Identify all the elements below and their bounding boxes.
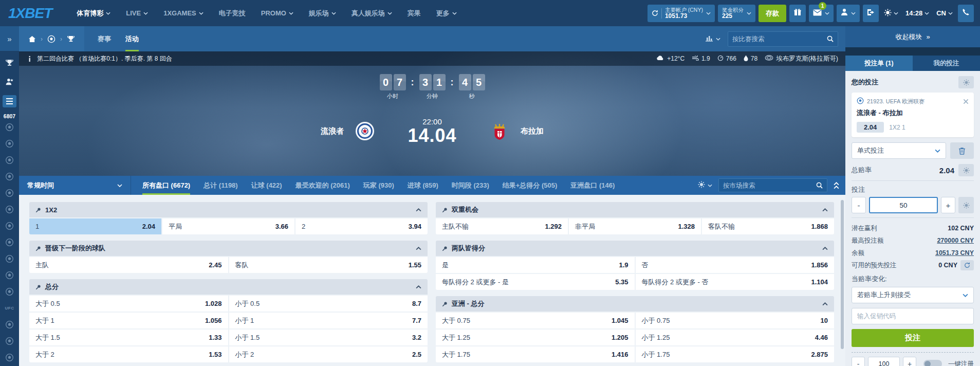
away-team-name[interactable]: 布拉加 [521, 126, 544, 136]
market-card-header[interactable]: 双重机会 [436, 202, 834, 217]
champions-cup-icon[interactable] [0, 55, 19, 70]
search-icon[interactable] [816, 182, 823, 189]
market-tab-6[interactable]: 时间段 (233) [452, 176, 489, 195]
chevron-up-icon[interactable] [416, 247, 421, 250]
market-search-input[interactable] [723, 182, 813, 189]
event-tab-0[interactable]: 赛事 [98, 26, 111, 51]
logout-button[interactable] [863, 5, 879, 22]
market-card-header[interactable]: 晋级下一阶段的球队 [29, 241, 428, 256]
pin-icon[interactable] [35, 207, 41, 213]
odds-cell[interactable]: 每队得分 2 或更多 - 是5.35 [436, 274, 635, 290]
home-icon[interactable] [28, 35, 36, 43]
chevron-up-icon[interactable] [416, 285, 421, 289]
sports-menu-button[interactable] [0, 94, 19, 109]
messages-button[interactable]: 1 [809, 5, 834, 22]
pin-icon[interactable] [442, 246, 448, 251]
settings-button[interactable] [882, 9, 900, 18]
promo-code-input[interactable] [852, 308, 974, 324]
gifts-button[interactable] [789, 5, 806, 22]
clear-betslip-button[interactable] [950, 142, 974, 159]
main-menu-item-5[interactable]: 娱乐场 [309, 9, 336, 18]
pin-icon[interactable] [35, 246, 41, 251]
market-settings-button[interactable] [698, 181, 712, 190]
main-menu-item-3[interactable]: 电子竞技 [219, 9, 246, 18]
main-menu-item-8[interactable]: 更多 [436, 9, 457, 18]
quickbet-toggle[interactable] [923, 360, 942, 366]
sidebar-sport-football-icon[interactable] [0, 119, 19, 136]
sidebar-expand-button[interactable]: » [0, 26, 19, 51]
summary-value[interactable]: 270000 CNY [937, 237, 974, 244]
market-tab-0[interactable]: 所有盘口 (6672) [142, 176, 190, 195]
betslip-settings-button[interactable] [958, 76, 974, 88]
odds-cell[interactable]: 大于 21.53 [29, 346, 228, 362]
odds-cell[interactable]: 小于 1.53.2 [229, 330, 428, 345]
market-card-header[interactable]: 1X2 [29, 202, 428, 217]
odds-cell[interactable]: 否1.856 [636, 257, 835, 273]
odds-cell[interactable]: 小于 1.752.875 [636, 346, 835, 362]
odds-cell[interactable]: 大于 0.51.028 [29, 296, 228, 312]
market-card-header[interactable]: 总分 [29, 279, 428, 295]
chevron-up-icon[interactable] [822, 302, 828, 306]
main-menu-item-1[interactable]: LIVE [126, 9, 148, 17]
market-tab-7[interactable]: 结果+总得分 (505) [503, 176, 558, 195]
search-icon[interactable] [827, 35, 834, 42]
pin-icon[interactable] [35, 284, 41, 290]
pin-icon[interactable] [442, 207, 448, 213]
market-tab-2[interactable]: 让球 (422) [251, 176, 282, 195]
odds-cell[interactable]: 是1.9 [436, 257, 635, 273]
market-tab-3[interactable]: 最受欢迎的 (2061) [295, 176, 350, 195]
main-menu-item-4[interactable]: PROMO [261, 9, 293, 17]
profile-button[interactable] [837, 5, 860, 22]
odds-cell[interactable]: 客队1.55 [229, 257, 428, 273]
time-selector[interactable]: 14:28 [903, 9, 931, 17]
odds-cell[interactable]: 主队2.45 [29, 257, 228, 273]
football-breadcrumb-icon[interactable] [47, 35, 56, 43]
chevron-up-icon[interactable] [416, 208, 421, 212]
stake-decrease-button[interactable]: - [852, 197, 866, 213]
collapse-all-markets-button[interactable] [834, 182, 839, 189]
market-tab-4[interactable]: 玩家 (930) [363, 176, 394, 195]
odds-cell[interactable]: 平局3.66 [162, 218, 294, 234]
refresh-advancebet-button[interactable] [960, 260, 974, 270]
odds-cell[interactable]: 大于 1.751.416 [436, 346, 635, 362]
sidebar-sport-ice-hockey-icon[interactable] [0, 152, 19, 169]
main-menu-item-0[interactable]: 体育博彩 [77, 9, 110, 18]
odds-cell[interactable]: 大于 1.251.205 [436, 330, 635, 345]
market-tab-1[interactable]: 总计 (1198) [204, 176, 237, 195]
favorites-icon[interactable] [0, 75, 19, 90]
odds-cell[interactable]: 每队得分 2 或更多 - 否1.104 [636, 274, 835, 290]
statistics-button[interactable] [705, 34, 720, 44]
chevron-up-icon[interactable] [822, 208, 828, 212]
main-menu-item-6[interactable]: 真人娱乐场 [352, 9, 392, 18]
sidebar-sport-volleyball-icon[interactable] [0, 185, 19, 202]
account-selector[interactable]: 主要帐户 (CNY) 1051.73 [648, 5, 715, 22]
stake-increase-button[interactable]: + [941, 197, 955, 213]
chevron-up-icon[interactable] [822, 247, 828, 250]
sidebar-sport-esports-icon[interactable] [0, 350, 19, 366]
market-tab-5[interactable]: 进球 (859) [408, 176, 438, 195]
pin-icon[interactable] [442, 301, 448, 307]
game-search-input[interactable] [732, 35, 824, 43]
sidebar-sport-ufc-icon[interactable]: UFC [0, 300, 19, 317]
odds-cell[interactable]: 小于 1.254.46 [636, 330, 835, 345]
odds-settings-button[interactable] [958, 164, 974, 176]
quickbet-amount-input[interactable] [868, 357, 900, 366]
bonus-selector[interactable]: 奖金积分 225 [718, 5, 755, 22]
odds-cell[interactable]: 主队不输1.292 [436, 218, 568, 234]
bet-odds-chip[interactable]: 2.04 [857, 122, 884, 133]
sidebar-sport-table-tennis-icon[interactable] [0, 202, 19, 218]
market-card-header[interactable]: 两队皆得分 [436, 241, 834, 256]
sidebar-sport-aussie-rules-icon[interactable] [0, 284, 19, 300]
trophy-breadcrumb-icon[interactable] [67, 35, 75, 43]
close-icon[interactable] [963, 99, 969, 104]
odds-cell[interactable]: 小于 17.7 [229, 313, 428, 328]
main-menu-item-7[interactable]: 宾果 [408, 9, 421, 18]
odds-cell[interactable]: 小于 22.5 [229, 346, 428, 362]
sidebar-sport-baseball-icon[interactable] [0, 218, 19, 234]
phone-button[interactable] [958, 5, 974, 22]
sidebar-sport-basketball-icon[interactable] [0, 136, 19, 152]
sidebar-sport-boxing-icon[interactable] [0, 234, 19, 251]
odds-cell[interactable]: 小于 0.7510 [636, 313, 835, 328]
odds-cell[interactable]: 小于 0.58.7 [229, 296, 428, 312]
odds-cell[interactable]: 大于 0.751.045 [436, 313, 635, 328]
